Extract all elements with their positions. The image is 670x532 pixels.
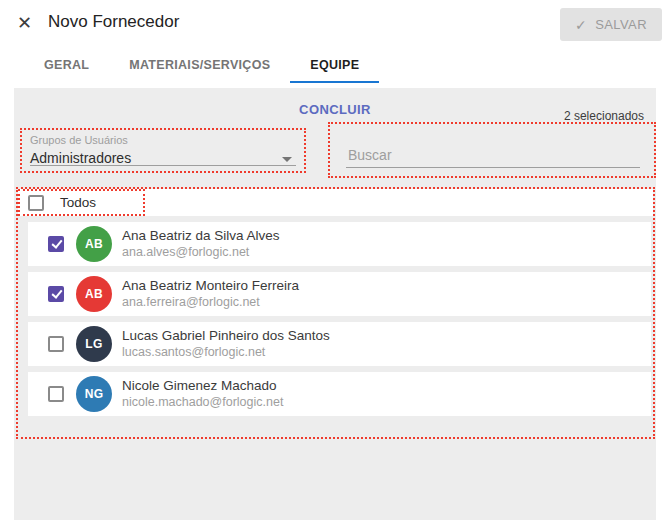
dialog-title: Novo Fornecedor — [48, 12, 179, 32]
user-groups-select[interactable]: Grupos de Usuários Administradores — [20, 128, 306, 173]
user-checkbox[interactable] — [48, 336, 64, 352]
user-checkbox[interactable] — [48, 386, 64, 402]
user-row[interactable]: AB Ana Beatriz Monteiro Ferreira ana.fer… — [28, 272, 651, 316]
close-icon[interactable]: ✕ — [17, 12, 32, 34]
select-all-label: Todos — [60, 195, 96, 210]
user-name: Ana Beatriz da Silva Alves — [122, 228, 280, 244]
select-all-checkbox[interactable] — [28, 195, 44, 211]
user-text: Lucas Gabriel Pinheiro dos Santos lucas.… — [122, 328, 330, 360]
user-email: lucas.santos@forlogic.net — [122, 345, 330, 360]
user-avatar: AB — [76, 276, 112, 312]
user-row[interactable]: LG Lucas Gabriel Pinheiro dos Santos luc… — [28, 322, 651, 366]
user-row[interactable]: NG Nicole Gimenez Machado nicole.machado… — [28, 372, 651, 416]
user-email: nicole.machado@forlogic.net — [122, 395, 283, 410]
user-avatar: LG — [76, 326, 112, 362]
chevron-down-icon[interactable] — [282, 157, 292, 162]
equipe-panel: CONCLUIR 2 selecionados Grupos de Usuári… — [14, 88, 656, 520]
select-underline — [30, 165, 296, 166]
tab-geral[interactable]: GERAL — [24, 50, 109, 83]
user-text: Ana Beatriz Monteiro Ferreira ana.ferrei… — [122, 278, 299, 310]
user-email: ana.ferreira@forlogic.net — [122, 295, 299, 310]
tab-bar: GERAL MATERIAIS/SERVIÇOS EQUIPE — [24, 50, 379, 83]
user-name: Nicole Gimenez Machado — [122, 378, 283, 394]
tab-equipe[interactable]: EQUIPE — [290, 50, 379, 83]
save-button[interactable]: ✓ SALVAR — [560, 8, 662, 41]
user-avatar: NG — [76, 376, 112, 412]
users-list-box: Todos AB Ana Beatriz da Silva Alves ana.… — [16, 187, 655, 439]
user-groups-label: Grupos de Usuários — [30, 134, 128, 146]
dialog-header: ✕ Novo Fornecedor ✓ SALVAR — [0, 0, 670, 48]
select-all-row[interactable]: Todos — [18, 189, 653, 216]
user-name: Ana Beatriz Monteiro Ferreira — [122, 278, 299, 294]
user-checkbox[interactable] — [48, 286, 64, 302]
user-checkbox[interactable] — [48, 236, 64, 252]
user-row[interactable]: AB Ana Beatriz da Silva Alves ana.alves@… — [28, 222, 651, 266]
user-email: ana.alves@forlogic.net — [122, 245, 280, 260]
search-input[interactable] — [346, 146, 626, 164]
user-groups-value[interactable]: Administradores — [30, 150, 131, 166]
check-icon: ✓ — [575, 17, 587, 33]
search-underline — [346, 167, 640, 168]
selected-count: 2 selecionados — [564, 109, 644, 123]
search-field-box — [328, 122, 656, 178]
user-name: Lucas Gabriel Pinheiro dos Santos — [122, 328, 330, 344]
save-button-label: SALVAR — [595, 17, 647, 32]
user-text: Ana Beatriz da Silva Alves ana.alves@for… — [122, 228, 280, 260]
user-list: AB Ana Beatriz da Silva Alves ana.alves@… — [18, 222, 653, 416]
concluir-button[interactable]: CONCLUIR — [14, 102, 656, 117]
user-avatar: AB — [76, 226, 112, 262]
user-text: Nicole Gimenez Machado nicole.machado@fo… — [122, 378, 283, 410]
tab-materiais-servicos[interactable]: MATERIAIS/SERVIÇOS — [109, 50, 290, 83]
